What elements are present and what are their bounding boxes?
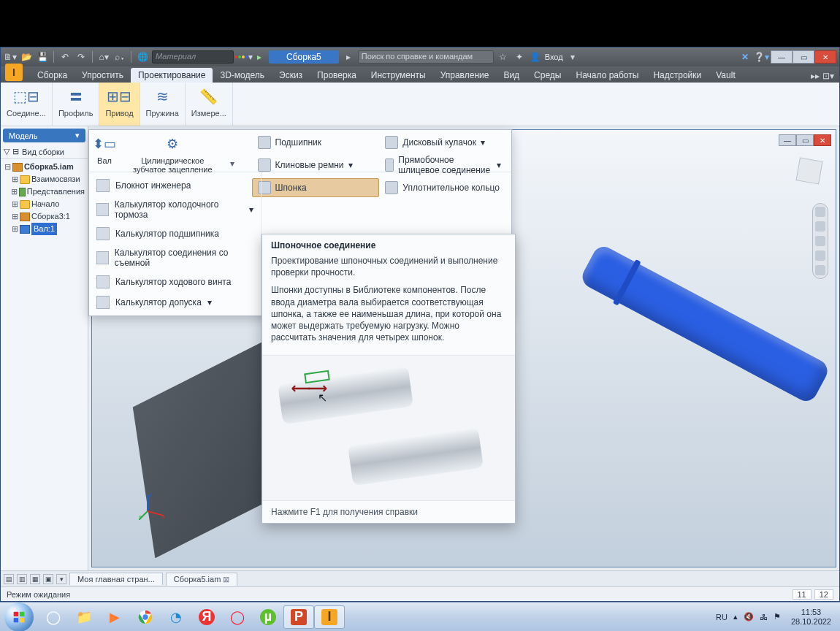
tree-node[interactable]: ⊞Сборка3:1 bbox=[2, 210, 86, 223]
mdi-maximize-button[interactable]: ▭ bbox=[796, 134, 814, 146]
taskbar-app-media[interactable]: ▶ bbox=[99, 605, 130, 629]
tab-view[interactable]: Вид bbox=[496, 68, 527, 83]
tray-volume-icon[interactable]: 🔇 bbox=[744, 612, 754, 622]
login-drop-icon[interactable]: ▾ bbox=[566, 50, 579, 64]
layout-3-icon[interactable]: ▦ bbox=[30, 574, 40, 584]
redo-icon[interactable]: ↷ bbox=[75, 50, 88, 64]
taskbar-app-explorer[interactable]: 📁 bbox=[69, 605, 99, 629]
maximize-button[interactable]: ▭ bbox=[793, 50, 814, 64]
minimize-button[interactable]: — bbox=[771, 50, 793, 64]
app-icon[interactable]: I bbox=[5, 64, 23, 81]
dropdown-item-hub-calc[interactable]: Калькулятор соединения со съемной bbox=[89, 244, 261, 272]
tree-node-selected[interactable]: ⊞Вал:1 bbox=[2, 223, 86, 235]
browser-mode[interactable]: ▽ ⊟ Вид сборки bbox=[1, 145, 88, 159]
doc-tab-home[interactable]: Моя главная стран... bbox=[69, 573, 163, 585]
tab-vault[interactable]: Vault bbox=[709, 68, 742, 83]
browser-tree[interactable]: ⊟Сборка5.iam ⊞Взаимосвязи ⊞Представления… bbox=[1, 159, 88, 237]
open-icon[interactable]: 📂 bbox=[20, 50, 33, 64]
taskbar-app-yandex-disk[interactable]: ◯ bbox=[38, 605, 69, 629]
taskbar-app-utorrent[interactable]: µ bbox=[253, 605, 283, 629]
tray-expand-icon[interactable]: ▴ bbox=[733, 612, 738, 622]
tree-node[interactable]: ⊞Начало bbox=[2, 198, 86, 210]
ribbon-more-icon[interactable]: ▸▸ bbox=[809, 69, 822, 83]
dropdown-item-shaft[interactable]: ⬍▭ Вал bbox=[93, 133, 115, 165]
triad-icon[interactable]: zxy bbox=[139, 491, 168, 520]
tray-network-icon[interactable]: 🖧 bbox=[760, 613, 768, 622]
tray-clock[interactable]: 11:53 28.10.2022 bbox=[787, 608, 836, 626]
home-icon[interactable]: ⌂▾ bbox=[97, 50, 110, 64]
tab-inspect[interactable]: Проверка bbox=[310, 68, 364, 83]
help-icon[interactable]: ❔▾ bbox=[755, 50, 768, 64]
ribbon-btn-profile[interactable]: 〓Профиль bbox=[53, 83, 100, 126]
document-tab[interactable]: Сборка5 bbox=[269, 50, 339, 64]
taskbar-app-yandex[interactable]: Я bbox=[191, 605, 222, 629]
taskbar-app-opera[interactable]: ◯ bbox=[222, 605, 253, 629]
nav-orbit-icon[interactable] bbox=[815, 251, 825, 261]
mdi-close-button[interactable]: ✕ bbox=[814, 134, 831, 146]
dropdown-item-brake-calc[interactable]: Калькулятор колодочного тормоза ▾ bbox=[89, 196, 261, 223]
ribbon-btn-drive[interactable]: ⊞⊟Привод bbox=[99, 83, 140, 126]
doc-tab-current[interactable]: Сборка5.iam ⊠ bbox=[166, 573, 238, 586]
play-icon[interactable]: ▸ bbox=[253, 50, 266, 64]
tree-root[interactable]: ⊟Сборка5.iam bbox=[2, 161, 86, 173]
select-icon[interactable]: ⌕▾ bbox=[113, 50, 126, 64]
material-dropdown[interactable]: Материал bbox=[152, 50, 234, 64]
tree-node[interactable]: ⊞Представления bbox=[2, 186, 86, 198]
nav-lookat-icon[interactable] bbox=[815, 265, 825, 275]
tab-environments[interactable]: Среды bbox=[527, 68, 568, 83]
dropdown-item-notebook[interactable]: Блокнот инженера bbox=[89, 175, 261, 196]
tab-close-icon[interactable]: ⊠ bbox=[223, 575, 229, 584]
chevron-down-icon[interactable]: ▾ bbox=[230, 158, 234, 169]
tab-addins[interactable]: Надстройки bbox=[646, 68, 709, 83]
layout-4-icon[interactable]: ▣ bbox=[43, 574, 53, 584]
ribbon-btn-spring[interactable]: ≋Пружина bbox=[140, 83, 186, 126]
new-icon[interactable]: 🗎▾ bbox=[4, 50, 17, 64]
star-icon[interactable]: ☆ bbox=[497, 50, 510, 64]
tab-tools[interactable]: Инструменты bbox=[364, 68, 433, 83]
dropdown-item-gear[interactable]: ⚙ Цилиндрическое зубчатое зацепление bbox=[133, 133, 213, 174]
login-label[interactable]: Вход bbox=[545, 53, 563, 61]
help-search-input[interactable]: Поиск по справке и командам bbox=[358, 50, 494, 64]
taskbar-app-edge[interactable]: ◔ bbox=[161, 605, 191, 629]
view-cube[interactable] bbox=[795, 157, 822, 184]
x-icon[interactable]: ✕ bbox=[738, 50, 752, 64]
lang-indicator[interactable]: RU bbox=[716, 613, 728, 622]
model-shaft[interactable] bbox=[579, 243, 831, 405]
tab-design[interactable]: Проектирование bbox=[131, 68, 213, 83]
tab-sketch[interactable]: Эскиз bbox=[272, 68, 310, 83]
mdi-minimize-button[interactable]: — bbox=[779, 134, 796, 146]
user-icon[interactable]: 👤 bbox=[529, 50, 542, 64]
sparkle-icon[interactable]: ✦ bbox=[513, 50, 526, 64]
dropdown-item-bearing-calc[interactable]: Калькулятор подшипника bbox=[89, 223, 261, 244]
taskbar-app-chrome[interactable] bbox=[130, 605, 161, 629]
ribbon-expand-icon[interactable]: ⊡▾ bbox=[822, 69, 835, 83]
tray-action-icon[interactable]: ⚑ bbox=[774, 612, 781, 622]
layout-drop-icon[interactable]: ▾ bbox=[56, 574, 66, 584]
doc-next-icon[interactable]: ▸ bbox=[342, 50, 355, 64]
layout-2-icon[interactable]: ▥ bbox=[17, 574, 27, 584]
start-button[interactable] bbox=[4, 603, 34, 632]
navigation-bar[interactable] bbox=[812, 203, 828, 279]
dropdown-item-cam[interactable]: Дисковый кулачок ▾ bbox=[379, 133, 507, 152]
tab-getstarted[interactable]: Начало работы bbox=[569, 68, 646, 83]
tab-simplify[interactable]: Упростить bbox=[75, 68, 131, 83]
dropdown-item-screw-calc[interactable]: Калькулятор ходового винта bbox=[89, 272, 261, 292]
nav-wheel-icon[interactable] bbox=[815, 207, 825, 217]
undo-icon[interactable]: ↶ bbox=[58, 50, 72, 64]
nav-zoom-icon[interactable] bbox=[815, 236, 825, 246]
dropdown-item-bearing[interactable]: Подшипник bbox=[252, 133, 380, 152]
taskbar-app-inventor[interactable]: I bbox=[314, 605, 345, 629]
taskbar-app-powerpoint[interactable]: P bbox=[283, 605, 314, 629]
nav-pan-icon[interactable] bbox=[815, 221, 825, 232]
save-icon[interactable]: 💾 bbox=[36, 50, 49, 64]
ribbon-btn-measure[interactable]: 📏Измере... bbox=[186, 83, 233, 126]
tree-node[interactable]: ⊞Взаимосвязи bbox=[2, 173, 86, 186]
layout-1-icon[interactable]: ▤ bbox=[4, 574, 14, 584]
dropdown-item-tolerance-calc[interactable]: Калькулятор допуска ▾ bbox=[89, 292, 261, 313]
globe-icon[interactable]: 🌐 bbox=[136, 50, 149, 64]
close-button[interactable]: ✕ bbox=[814, 50, 836, 64]
tab-assembly[interactable]: Сборка bbox=[30, 68, 75, 83]
appearance-icon[interactable]: ▾ bbox=[237, 50, 250, 64]
tab-manage[interactable]: Управление bbox=[433, 68, 497, 83]
browser-header[interactable]: Модель▾ bbox=[3, 129, 85, 142]
